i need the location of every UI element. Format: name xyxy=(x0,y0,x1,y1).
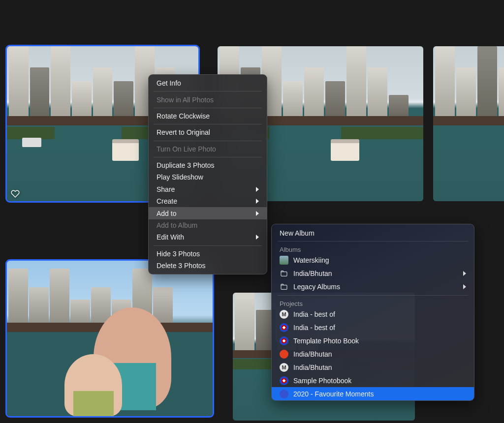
submenu-item[interactable]: India/Bhutan xyxy=(272,347,474,361)
chevron-right-icon xyxy=(256,235,259,240)
chevron-right-icon xyxy=(256,211,259,216)
menu-separator xyxy=(278,241,468,242)
menu-item-label: Rotate Clockwise xyxy=(157,112,210,120)
menu-item-label: Delete 3 Photos xyxy=(157,262,206,270)
menu-item[interactable]: Edit With xyxy=(149,231,267,243)
menu-item[interactable]: Delete 3 Photos xyxy=(149,260,267,272)
blue-icon xyxy=(280,390,288,398)
chevron-right-icon xyxy=(463,271,466,276)
menu-item[interactable]: Rotate Clockwise xyxy=(149,110,267,122)
heart-icon xyxy=(11,189,20,198)
menu-item[interactable]: Add to xyxy=(149,207,267,219)
menu-separator xyxy=(154,124,262,124)
chevron-right-icon xyxy=(256,187,259,192)
us-icon xyxy=(280,336,288,345)
menu-item-label: Revert to Original xyxy=(157,128,210,136)
menu-item[interactable]: Get Info xyxy=(149,77,267,89)
submenu-item[interactable]: Sample Photobook xyxy=(272,374,474,387)
menu-item[interactable]: Hide 3 Photos xyxy=(149,248,267,260)
menu-item[interactable]: Play Slideshow xyxy=(149,171,267,183)
menu-item-label: Play Slideshow xyxy=(157,173,203,181)
submenu-item-label: India/Bhutan xyxy=(293,270,458,277)
submenu-item[interactable]: New Album xyxy=(272,227,474,239)
chevron-right-icon xyxy=(463,284,466,289)
menu-item-label: Add to Album xyxy=(157,221,197,229)
submenu-item[interactable]: Waterskiing xyxy=(272,253,474,267)
submenu-item-label: India/Bhutan xyxy=(293,350,466,358)
menu-item: Show in All Photos xyxy=(149,93,267,105)
submenu-item[interactable]: Template Photo Book xyxy=(272,334,474,347)
submenu-item-label: India - best of xyxy=(293,310,466,318)
menu-item: Turn On Live Photo xyxy=(149,143,267,155)
submenu-item-label: Template Photo Book xyxy=(293,337,466,345)
menu-item-label: Get Info xyxy=(157,79,181,87)
submenu-item-label: Waterskiing xyxy=(293,256,466,264)
m-icon: M xyxy=(280,310,288,319)
submenu-item-label: India - best of xyxy=(293,324,466,332)
thumb-icon xyxy=(280,256,288,265)
submenu-item-label: Sample Photobook xyxy=(293,377,466,385)
submenu-section-header: Albums xyxy=(272,243,474,253)
menu-separator xyxy=(278,295,468,296)
menu-item-label: Add to xyxy=(157,210,176,217)
us-icon xyxy=(280,323,288,332)
menu-item[interactable]: Revert to Original xyxy=(149,126,267,138)
chevron-right-icon xyxy=(256,199,259,204)
submenu-item[interactable]: Legacy Albums xyxy=(272,280,474,293)
submenu-item-label: India/Bhutan xyxy=(293,363,466,371)
folder-icon xyxy=(280,282,288,291)
svg-rect-1 xyxy=(281,285,287,289)
photo-tile[interactable] xyxy=(7,261,213,416)
us-icon xyxy=(280,376,288,385)
photo-tile[interactable] xyxy=(433,46,504,201)
menu-item[interactable]: Duplicate 3 Photos xyxy=(149,159,267,171)
context-menu: Get InfoShow in All PhotosRotate Clockwi… xyxy=(148,74,267,274)
menu-separator xyxy=(154,245,262,246)
menu-item-label: Hide 3 Photos xyxy=(157,250,200,258)
submenu-item[interactable]: 2020 - Favourite Moments xyxy=(272,387,474,400)
red-icon xyxy=(280,350,288,359)
add-to-submenu: New AlbumAlbumsWaterskiingIndia/BhutanLe… xyxy=(271,224,474,401)
menu-item[interactable]: Share xyxy=(149,183,267,195)
svg-rect-0 xyxy=(281,272,287,276)
submenu-item[interactable]: India/Bhutan xyxy=(272,267,474,280)
menu-item-label: Share xyxy=(157,185,175,193)
menu-item[interactable]: Create xyxy=(149,195,267,207)
menu-separator xyxy=(154,108,262,108)
menu-separator xyxy=(154,157,262,157)
submenu-section-header: Projects xyxy=(272,298,474,307)
submenu-item[interactable]: India - best of xyxy=(272,321,474,334)
menu-item-label: Show in All Photos xyxy=(157,96,214,104)
menu-item: Add to Album xyxy=(149,219,267,231)
menu-item-label: Duplicate 3 Photos xyxy=(157,161,215,169)
menu-separator xyxy=(154,91,262,91)
folder-icon xyxy=(280,269,288,278)
submenu-item-label: New Album xyxy=(280,229,466,237)
submenu-item-label: 2020 - Favourite Moments xyxy=(293,390,466,398)
menu-item-label: Create xyxy=(157,197,177,205)
menu-item-label: Edit With xyxy=(157,233,184,241)
menu-item-label: Turn On Live Photo xyxy=(157,145,216,153)
m-icon: M xyxy=(280,363,288,372)
menu-separator xyxy=(154,141,262,141)
submenu-item[interactable]: MIndia - best of xyxy=(272,307,474,321)
submenu-item-label: Legacy Albums xyxy=(293,283,458,291)
submenu-item[interactable]: MIndia/Bhutan xyxy=(272,361,474,374)
